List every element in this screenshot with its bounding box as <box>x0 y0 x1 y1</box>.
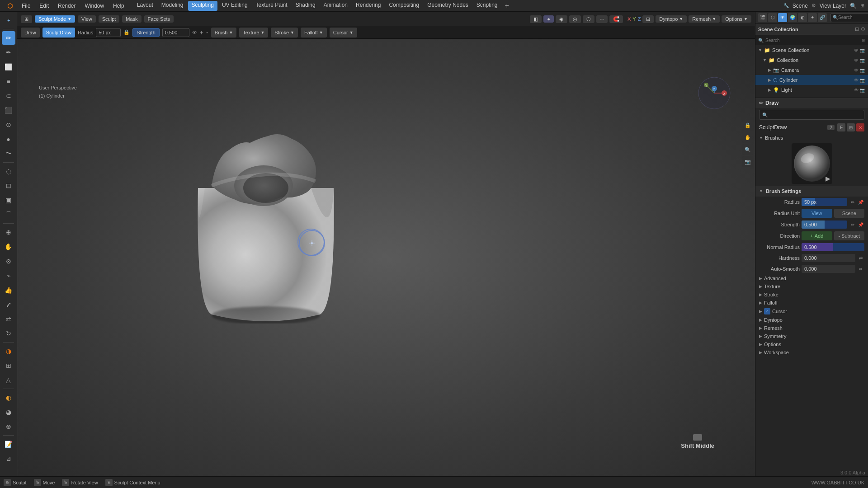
workspace-layout[interactable]: Layout <box>133 1 157 11</box>
transform-options-button[interactable]: ⊞ <box>642 15 654 23</box>
toggle-camera-button[interactable]: 📷 <box>742 156 753 167</box>
falloff-menu-button[interactable]: Falloff ▼ <box>301 28 327 38</box>
dyntopo-section-header[interactable]: ▶ Dyntopo <box>755 316 868 324</box>
strength-button[interactable]: Strength <box>132 28 160 37</box>
properties-search-input[interactable] <box>838 15 868 20</box>
zoom-view-button[interactable]: 🔍 <box>742 144 753 155</box>
paint2-tool-button[interactable]: ◕ <box>2 405 15 419</box>
mask-tool-button[interactable]: ◑ <box>2 344 15 358</box>
prop-object-icon[interactable]: ⬡ <box>768 13 777 22</box>
workspace-rendering[interactable]: Rendering <box>352 1 384 11</box>
radius-unit-scene-button[interactable]: Scene <box>834 209 865 218</box>
blender-logo-menu[interactable]: ⬡ <box>4 1 16 10</box>
brushes-section-header[interactable]: ▼ Brushes <box>759 135 864 141</box>
transform-button[interactable]: ⊿ <box>2 452 15 465</box>
radius-keyframe-icon[interactable]: ✏ <box>849 198 856 206</box>
flatten-tool-button[interactable]: ⊟ <box>2 179 15 192</box>
prop-view-icon[interactable]: 👁 <box>778 13 787 22</box>
clay-strips-button[interactable]: ≡ <box>2 75 15 88</box>
strength-keyframe-icon[interactable]: ✏ <box>849 221 856 228</box>
workspace-texture-paint[interactable]: Texture Paint <box>252 1 291 11</box>
outliner-item-collection[interactable]: ▼ 📁 Collection 👁 📷 <box>755 55 868 65</box>
strength-input[interactable] <box>162 28 189 37</box>
camera-render-icon[interactable]: 📷 <box>860 68 865 73</box>
view-menu-button[interactable]: View <box>78 15 96 23</box>
viewport-overlays-btn[interactable]: ⬡ <box>583 15 594 23</box>
mask-menu-button[interactable]: Mask <box>122 15 141 23</box>
radius-value-bar[interactable]: 50 px <box>802 198 847 206</box>
thumb-tool-button[interactable]: 👍 <box>2 283 15 297</box>
viewport-shading-rendered[interactable]: ◎ <box>569 15 581 23</box>
outliner-search-input[interactable] <box>765 38 860 43</box>
workspace-animation[interactable]: Animation <box>320 1 351 11</box>
workspace-sculpting[interactable]: Sculpting <box>188 1 217 11</box>
brush-preview-expand-icon[interactable]: ▶ <box>826 175 830 182</box>
options-button[interactable]: Options ▼ <box>722 15 751 23</box>
visibility-icon[interactable]: 👁 <box>854 48 859 53</box>
outliner-filter-icon[interactable]: ⊞ <box>855 26 859 32</box>
radius-pin-icon[interactable]: 📌 <box>857 198 864 206</box>
texture-menu-button[interactable]: Texture ▼ <box>239 28 268 38</box>
y-axis-button[interactable]: Y <box>632 16 636 22</box>
sculpt-mode-button[interactable]: Sculpt Mode ▼ <box>35 15 75 23</box>
draw-sharp-button[interactable]: ✒ <box>2 46 15 59</box>
cursor-menu-button[interactable]: Cursor ▼ <box>330 28 357 38</box>
z-axis-button[interactable]: Z <box>638 16 641 22</box>
move-view-button[interactable]: ✋ <box>742 132 753 143</box>
brush-settings-header[interactable]: ▼ Brush Settings <box>755 186 868 197</box>
mode-select-button[interactable]: ✦ <box>2 14 15 27</box>
cylinder-vis-icon[interactable]: 👁 <box>854 78 859 83</box>
workspace-geometry[interactable]: Geometry Nodes <box>424 1 472 11</box>
hardness-input[interactable]: 0.000 <box>802 254 855 262</box>
cursor-checkbox[interactable]: ✓ <box>764 308 770 314</box>
viewport-shading-solid[interactable]: ● <box>543 15 554 23</box>
layer-tool-button[interactable]: ⬛ <box>2 103 15 117</box>
brush-name-button[interactable]: SculptDraw <box>42 28 75 38</box>
viewport-gizmos-btn[interactable]: ⊹ <box>596 15 608 23</box>
fill-tool-button[interactable]: ▣ <box>2 193 15 207</box>
workspace-section-header[interactable]: ▶ Workspace <box>755 348 868 357</box>
sculpt-menu-button[interactable]: Sculpt <box>99 15 120 23</box>
workspace-modeling[interactable]: Modeling <box>158 1 187 11</box>
dyntopo-button[interactable]: Dyntopo ▼ <box>656 15 687 23</box>
scrape-tool-button[interactable]: ⌒ <box>2 208 15 221</box>
face-sets-menu-button[interactable]: Face Sets <box>144 15 174 23</box>
auto-smooth-keyframe-icon[interactable]: ✏ <box>857 265 864 272</box>
fake-user-button[interactable]: F <box>837 123 845 131</box>
properties-search[interactable]: 🔍 <box>830 13 868 22</box>
smear-tool-button[interactable]: ⊛ <box>2 420 15 433</box>
snap-button[interactable]: 🧲 <box>609 15 623 23</box>
lock-view-button[interactable]: 🔒 <box>742 120 753 131</box>
cylinder-render-icon[interactable]: 📷 <box>860 78 865 83</box>
symmetry-section-header[interactable]: ▶ Symmetry <box>755 332 868 340</box>
strength-value-bar[interactable]: 0.500 <box>802 221 847 229</box>
smooth-tool-button[interactable]: ◌ <box>2 164 15 178</box>
prop-constraints-icon[interactable]: 🔗 <box>818 13 827 22</box>
add-workspace-button[interactable]: + <box>502 1 512 11</box>
nudge-tool-button[interactable]: ⇄ <box>2 312 15 326</box>
texture-section-header[interactable]: ▶ Texture <box>755 282 868 291</box>
unlink-brush-button[interactable]: ✕ <box>856 123 864 131</box>
workspace-uv[interactable]: UV Editing <box>218 1 251 11</box>
snake-hook-button[interactable]: ⌁ <box>2 269 15 282</box>
rotate-tool-button[interactable]: ↻ <box>2 327 15 340</box>
menu-help[interactable]: Help <box>109 2 128 10</box>
pinch-tool-button[interactable]: ⊕ <box>2 225 15 239</box>
annotate-button[interactable]: 📝 <box>2 437 15 451</box>
prop-particle-icon[interactable]: ✦ <box>808 13 817 22</box>
radius-unit-view-button[interactable]: View <box>802 209 832 218</box>
falloff-section-header[interactable]: ▶ Falloff <box>755 299 868 307</box>
crease-tool-button[interactable]: 〜 <box>2 147 15 160</box>
menu-file[interactable]: File <box>18 2 34 10</box>
light-render-icon[interactable]: 📷 <box>860 88 865 93</box>
viewport[interactable]: ⊞ Sculpt Mode ▼ View Sculpt Mask Face Se… <box>17 12 755 476</box>
direction-add-button[interactable]: + Add <box>802 231 832 240</box>
brush-search-input[interactable] <box>769 112 861 117</box>
multires-tool-button[interactable]: ⊞ <box>2 359 15 372</box>
viewport-overlays-button[interactable]: ⊞ <box>21 15 32 23</box>
strength-add-icon[interactable]: + <box>200 29 203 36</box>
watermark-link[interactable]: WWW.GABBITT.CO.UK <box>811 480 864 485</box>
menu-edit[interactable]: Edit <box>36 2 52 10</box>
workspace-shading[interactable]: Shading <box>292 1 319 11</box>
grab-tool-button[interactable]: ✋ <box>2 240 15 253</box>
